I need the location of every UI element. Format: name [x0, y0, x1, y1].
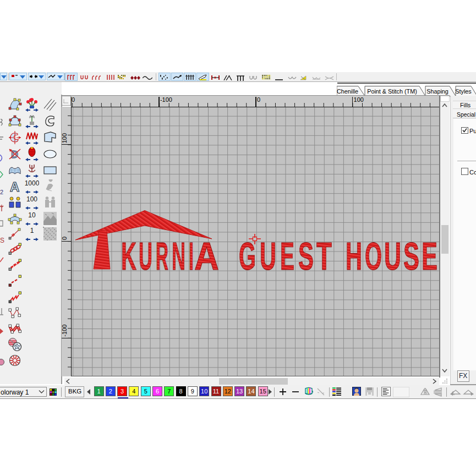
- svg-text:T: T: [316, 235, 332, 278]
- svg-text:E: E: [422, 235, 437, 278]
- svg-text:H: H: [346, 235, 362, 278]
- svg-text:K: K: [121, 235, 136, 278]
- svg-text:S: S: [298, 235, 314, 278]
- svg-text:U: U: [260, 235, 276, 278]
- svg-text:U: U: [384, 235, 401, 278]
- svg-text:A: A: [194, 235, 219, 278]
- svg-text:S: S: [403, 235, 419, 278]
- svg-text:E: E: [280, 235, 294, 278]
- svg-text:R: R: [156, 235, 168, 278]
- svg-text:G: G: [239, 235, 256, 278]
- svg-text:U: U: [139, 235, 152, 278]
- svg-text:O: O: [365, 235, 382, 278]
- svg-text:I: I: [189, 235, 194, 278]
- svg-text:N: N: [172, 235, 185, 278]
